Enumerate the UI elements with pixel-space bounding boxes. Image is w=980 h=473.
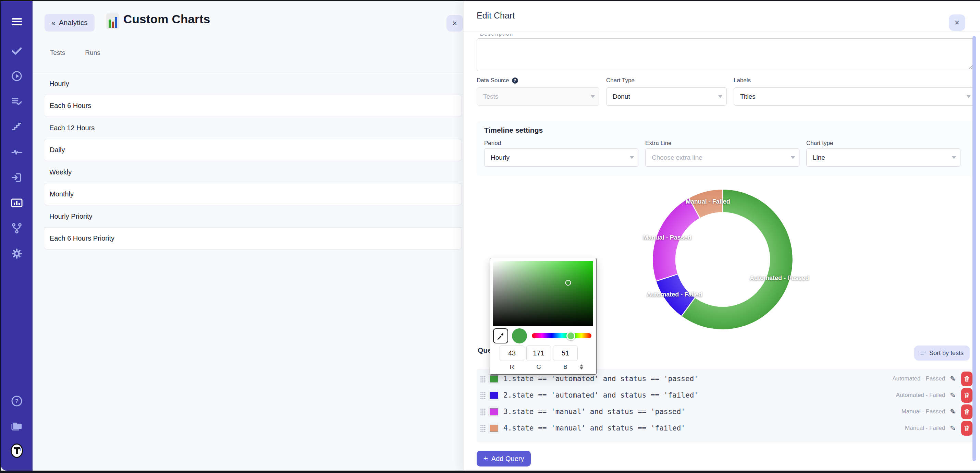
- red-input[interactable]: [500, 346, 524, 361]
- folder-icon[interactable]: [11, 420, 23, 433]
- green-input[interactable]: [526, 346, 551, 361]
- panel-scrollbar[interactable]: [972, 36, 976, 461]
- list-item[interactable]: Hourly: [44, 73, 462, 95]
- steps-icon[interactable]: [11, 121, 23, 133]
- color-swatch-fill: [490, 425, 498, 432]
- query-row: 3.state == 'manual' and status == 'passe…: [479, 403, 972, 420]
- check-icon[interactable]: [11, 45, 23, 57]
- query-color-swatch[interactable]: [488, 423, 499, 433]
- list-item[interactable]: Daily: [44, 139, 462, 161]
- extra-line-label: Extra Line: [645, 140, 671, 147]
- trash-icon: [964, 392, 969, 398]
- activity-icon[interactable]: [11, 146, 23, 158]
- list-item[interactable]: Weekly: [44, 161, 462, 183]
- donut-segment-label: Automated - Passed: [750, 274, 809, 281]
- query-title: Automated - Failed: [896, 392, 945, 399]
- add-query-button[interactable]: + Add Query: [477, 451, 531, 467]
- drag-handle-icon[interactable]: [480, 375, 485, 382]
- eyedropper-button[interactable]: [493, 328, 508, 344]
- sort-by-tests-button[interactable]: Sort by tests: [914, 346, 970, 361]
- close-icon: ×: [955, 18, 959, 27]
- edit-query-icon[interactable]: ✎: [950, 374, 956, 383]
- list-item[interactable]: Each 12 Hours: [44, 117, 462, 139]
- list-item[interactable]: Hourly Priority: [44, 205, 462, 228]
- drag-handle-icon[interactable]: [480, 392, 485, 399]
- plus-icon: +: [484, 454, 488, 463]
- chevron-down-icon: [952, 156, 956, 159]
- query-expression: 4.state == 'manual' and status == 'faile…: [503, 424, 685, 432]
- chevron-down-icon: [791, 156, 795, 159]
- branch-icon[interactable]: [11, 222, 23, 234]
- page-title: Custom Charts: [123, 12, 210, 26]
- trash-icon: [964, 376, 969, 382]
- close-edit-panel-button[interactable]: ×: [949, 14, 965, 31]
- query-color-swatch[interactable]: [488, 373, 499, 384]
- custom-charts-panel: « Analytics Custom Charts × Tests Runs H…: [33, 1, 463, 471]
- delete-query-button[interactable]: [961, 388, 972, 403]
- help-icon[interactable]: ?: [11, 395, 23, 407]
- gear-icon[interactable]: [11, 247, 23, 260]
- edit-query-icon[interactable]: ✎: [950, 408, 956, 416]
- edit-query-icon[interactable]: ✎: [950, 391, 956, 399]
- chart-name: Hourly Priority: [49, 212, 92, 220]
- color-format-toggle[interactable]: [580, 364, 583, 369]
- query-color-swatch[interactable]: [488, 390, 499, 401]
- clipped-description-label: Description: [480, 34, 590, 38]
- current-color-swatch[interactable]: [512, 328, 527, 344]
- tabs: Tests Runs: [50, 49, 100, 57]
- sign-in-icon[interactable]: [11, 171, 23, 184]
- tab-runs[interactable]: Runs: [85, 49, 100, 57]
- edit-query-icon[interactable]: ✎: [950, 424, 956, 432]
- chevron-down-icon: [630, 156, 634, 159]
- query-title: Automated - Passed: [892, 375, 945, 382]
- bar-chart-icon[interactable]: [11, 197, 23, 209]
- donut-chart: Automated - PassedAutomated - FailedManu…: [627, 176, 819, 344]
- drag-handle-icon[interactable]: [480, 408, 485, 416]
- labels-label: Labels: [733, 77, 751, 84]
- svg-text:?: ?: [15, 398, 18, 405]
- back-to-analytics-button[interactable]: « Analytics: [45, 14, 95, 32]
- chart-name: Each 6 Hours: [50, 102, 91, 110]
- query-row: 4.state == 'manual' and status == 'faile…: [479, 420, 972, 436]
- g-label: G: [526, 364, 551, 371]
- chart-name: Each 6 Hours Priority: [50, 234, 115, 242]
- list-item[interactable]: Each 6 Hours: [44, 95, 462, 117]
- drag-handle-icon[interactable]: [480, 425, 485, 432]
- close-list-panel-button[interactable]: ×: [447, 15, 463, 32]
- query-color-swatch[interactable]: [488, 406, 499, 417]
- color-swatch-fill: [490, 392, 498, 399]
- delete-query-button[interactable]: [961, 371, 972, 386]
- chart-description-textarea[interactable]: [477, 38, 975, 71]
- hue-slider-thumb[interactable]: [566, 331, 575, 340]
- labels-select[interactable]: Titles: [733, 88, 975, 105]
- app-logo[interactable]: [11, 444, 23, 457]
- query-list: 1.state == 'automated' and status == 'pa…: [477, 369, 975, 443]
- list-item[interactable]: Monthly: [44, 183, 462, 205]
- trash-icon: [964, 425, 969, 431]
- chart-type-label: Chart Type: [606, 77, 635, 84]
- data-source-select[interactable]: Tests: [477, 88, 599, 105]
- donut-segment-label: Automated - Failed: [647, 291, 702, 298]
- query-title: Manual - Passed: [902, 408, 945, 415]
- blue-input[interactable]: [553, 346, 578, 361]
- hue-slider[interactable]: [532, 333, 592, 338]
- menu-icon[interactable]: [11, 16, 23, 28]
- delete-query-button[interactable]: [961, 405, 972, 419]
- list-check-icon[interactable]: [11, 95, 23, 108]
- chevron-down-icon: [591, 95, 595, 98]
- app-window: ? « Analytics Custom Charts × Tests Runs…: [1, 1, 980, 471]
- sv-cursor[interactable]: [565, 280, 571, 285]
- timeline-chart-type-select[interactable]: Line: [806, 148, 961, 167]
- tab-tests[interactable]: Tests: [50, 49, 65, 57]
- saturation-value-area[interactable]: [493, 261, 593, 326]
- delete-query-button[interactable]: [961, 421, 972, 436]
- help-icon[interactable]: ?: [512, 78, 518, 84]
- chart-type-select[interactable]: Donut: [606, 88, 727, 105]
- extra-line-select[interactable]: Choose extra line: [645, 148, 799, 167]
- donut-segment-label: Manual - Passed: [643, 234, 692, 241]
- list-item[interactable]: Each 6 Hours Priority: [44, 227, 462, 250]
- period-select[interactable]: Hourly: [484, 148, 638, 167]
- bar-chart-emoji-icon: [106, 13, 119, 29]
- play-circle-icon[interactable]: [11, 70, 23, 82]
- back-button-label: Analytics: [59, 19, 88, 27]
